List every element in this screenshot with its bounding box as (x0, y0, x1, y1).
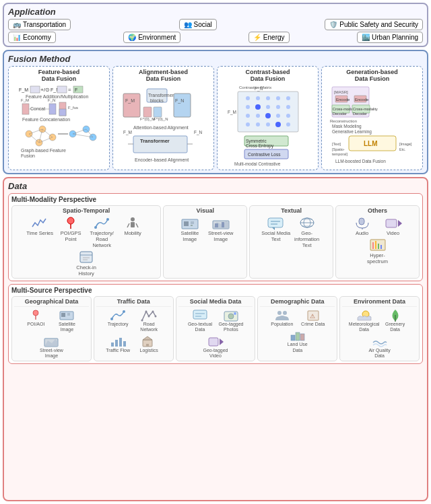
app-item-energy: ⚡ Energy (248, 32, 290, 43)
energy-icon: ⚡ (253, 34, 261, 41)
svg-text:temporal]: temporal] (332, 152, 347, 156)
application-title: Application (8, 7, 423, 17)
source-item-crime: ⚠ Crime Data (298, 308, 328, 327)
source-item-landuse: Land Use Data (283, 328, 312, 353)
svg-text:F_N: F_N (194, 130, 203, 135)
svg-marker-173 (220, 338, 224, 345)
svg-rect-42 (174, 94, 191, 117)
satellite-icon (180, 215, 199, 230)
svg-rect-179 (296, 332, 300, 340)
source-item-airquality: Air Quality Data (365, 334, 395, 359)
svg-point-63 (286, 96, 290, 100)
source-row: Geographical Data POI/AOI Sa (11, 296, 420, 361)
svg-rect-150 (67, 313, 70, 316)
visual-group: Visual Satellite Image Stree (163, 205, 247, 279)
svg-rect-124 (191, 221, 194, 224)
svg-point-146 (33, 310, 38, 316)
svg-point-66 (266, 105, 270, 109)
svg-rect-1 (30, 86, 40, 93)
svg-point-69 (246, 114, 250, 118)
contrast-fusion-diagram: F_N F_M (224, 83, 312, 168)
flow-label: Traffic Flow (106, 348, 130, 353)
checkin-icon (77, 250, 96, 264)
svg-point-59 (246, 96, 250, 100)
landuse-icon (289, 328, 306, 342)
svg-point-72 (276, 114, 280, 118)
svg-rect-159 (111, 343, 114, 347)
geotextual-label: Geo-textual Data (185, 322, 215, 333)
geophotos-label: Geo-tagged Photos (216, 322, 246, 333)
socialmedia-src-items: Geo-textual Data Geo-tagged Photos (178, 308, 253, 359)
svg-text:Learning: Learning (238, 167, 255, 168)
svg-line-32 (86, 129, 93, 137)
generation-fusion-diagram: [MASR] Encode Encode Cross-modality Deco… (329, 83, 416, 168)
svg-text:Cross Entropy: Cross Entropy (246, 143, 274, 149)
svg-point-174 (277, 311, 281, 315)
svg-rect-162 (123, 341, 126, 347)
streetview-label: Street-view Image (206, 230, 236, 242)
svg-text:F: F (75, 87, 77, 92)
svg-rect-180 (300, 334, 304, 340)
source-item-sv: Street-view Image (36, 334, 66, 359)
source-item-sat: Satellite Image (52, 308, 81, 333)
socialmedia-label: Social Media Text (261, 230, 291, 242)
modality-item-poi: POI/GPS Point (56, 215, 86, 248)
svg-point-156 (148, 316, 150, 318)
svg-point-110 (67, 217, 74, 224)
svg-text:Reconstruction: Reconstruction (330, 119, 357, 123)
urban-label: Urban Planning (372, 34, 418, 41)
fusion-card-feature: Feature-basedData Fusion F_M +/⊙ F_N = F… (8, 66, 110, 170)
economy-icon: 📊 (13, 34, 21, 41)
svg-rect-123 (184, 221, 189, 226)
svg-marker-140 (398, 220, 402, 227)
crime-label: Crime Data (301, 322, 325, 327)
svg-point-114 (131, 217, 135, 221)
economy-label: Economy (23, 34, 51, 41)
geovideo-label: Geo-tagged Video (201, 348, 230, 359)
app-item-social: 👥 Social (179, 19, 217, 30)
svg-point-67 (276, 105, 280, 109)
svg-text:Etc.: Etc. (399, 147, 406, 151)
transportation-label: Transportation (23, 21, 66, 28)
modality-item-audio: Audio (347, 215, 377, 236)
environment-src-title: Environment Data (342, 298, 417, 307)
svg-text:F^(0)_N: F^(0)_N (154, 117, 168, 121)
spatio-temporal-title: Spatio-Temporal (14, 207, 158, 214)
data-title: Data (8, 181, 423, 191)
svg-text:Contrastive Loss: Contrastive Loss (248, 152, 281, 157)
svg-line-116 (127, 223, 129, 227)
svg-text:[Spatio-: [Spatio- (332, 147, 345, 151)
others-group: Others Audio Video (335, 205, 420, 279)
video-icon (384, 215, 403, 230)
textual-title: Textual (252, 207, 331, 214)
traj-label: Trajectory (108, 322, 129, 327)
poi-label: POI/GPS Point (56, 230, 86, 242)
svg-text:F_N: F_N (48, 98, 55, 102)
poi-icon (61, 215, 80, 230)
greenery-icon (387, 308, 404, 322)
trajectory-icon (92, 215, 111, 230)
generation-fusion-title: Generation-basedData Fusion (346, 69, 398, 82)
svg-point-152 (110, 318, 113, 320)
geographical-items: POI/AOI Satellite Image St (14, 308, 89, 359)
source-item-greenery: Greenery Data (380, 308, 410, 333)
multimodality-title: Multi-Modality Perspective (11, 196, 420, 203)
svg-text:Encode: Encode (355, 98, 369, 102)
trajectory-label: Trajectory/Road Network (87, 230, 117, 248)
data-section: Data Multi-Modality Perspective Spatio-T… (3, 177, 428, 501)
geographical-title: Geographical Data (14, 298, 89, 307)
alignment-fusion-title: Alignment-basedData Fusion (139, 69, 188, 82)
mobility-icon (123, 215, 142, 230)
svg-text:[MASR]: [MASR] (334, 90, 348, 94)
modality-item-mobility: Mobility (118, 215, 147, 248)
svg-point-155 (145, 311, 147, 313)
source-item-flow: Traffic Flow (103, 334, 133, 353)
modality-item-socialmedia: Social Media Text (261, 215, 291, 248)
app-row1: 🚌 Transportation 👥 Social 🛡️ Public Safe… (8, 19, 423, 30)
meteo-icon (356, 308, 373, 322)
svg-text:F_M: F_M (125, 98, 135, 104)
demographic-group: Demographic Data Population ⚠ (257, 296, 337, 361)
svg-text:+/⊙: +/⊙ (40, 87, 50, 93)
svg-rect-37 (123, 94, 140, 117)
traffic-items: Trajectory Road Network Tr (96, 308, 171, 353)
